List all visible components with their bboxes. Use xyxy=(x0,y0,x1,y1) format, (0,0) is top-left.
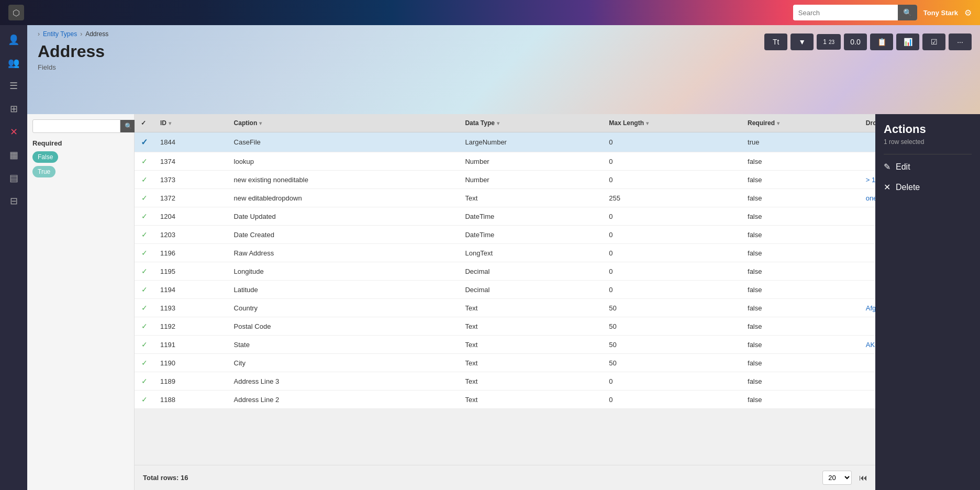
cell-max_length: 50 xyxy=(603,354,741,372)
cell-id: 1190 xyxy=(154,354,228,372)
table-row[interactable]: ✓1191StateText50falseAK,AL,A... xyxy=(135,336,980,354)
table-row[interactable]: ✓1195LongitudeDecimal0false xyxy=(135,262,980,281)
cell-required: false xyxy=(741,299,860,317)
row-check[interactable]: ✓ xyxy=(135,317,154,336)
cell-id: 1844 xyxy=(154,132,228,152)
toolbar: Tt ▼ 123 0.0 📋 📊 ☑ ··· xyxy=(764,34,972,50)
row-check[interactable]: ✓ xyxy=(135,262,154,281)
row-check[interactable]: ✓ xyxy=(135,171,154,189)
sidebar-item-grid[interactable]: ⊞ xyxy=(3,98,24,119)
filter-tag-true[interactable]: True xyxy=(32,166,55,177)
th-check[interactable]: ✓ xyxy=(135,114,154,132)
table-row[interactable]: ✓1189Address Line 3Text0false xyxy=(135,372,980,391)
table-header-row: ✓ ID▾ Caption▾ Data Type▾ xyxy=(135,114,980,132)
toolbar-checkbox[interactable]: ☑ xyxy=(922,34,945,50)
table-row[interactable]: ✓1203Date CreatedDateTime0false xyxy=(135,226,980,244)
row-check[interactable]: ✓ xyxy=(135,281,154,299)
th-caption[interactable]: Caption▾ xyxy=(228,114,459,132)
cell-id: 1373 xyxy=(154,171,228,189)
breadcrumb-entity-types[interactable]: Entity Types xyxy=(43,30,77,38)
table-row[interactable]: ✓1188Address Line 2Text0false xyxy=(135,391,980,409)
th-data-type[interactable]: Data Type▾ xyxy=(459,114,603,132)
th-required[interactable]: Required▾ xyxy=(741,114,860,132)
check-icon: ✓ xyxy=(141,340,148,349)
sidebar-item-close[interactable]: ✕ xyxy=(3,121,24,142)
actions-divider xyxy=(884,154,972,154)
action-edit[interactable]: ✎ Edit xyxy=(884,157,972,177)
table-row[interactable]: ✓1204Date UpdatedDateTime0false xyxy=(135,207,980,226)
table-row[interactable]: ✓1196Raw AddressLongText0false xyxy=(135,244,980,262)
cell-required: false xyxy=(741,317,860,336)
search-button[interactable]: 🔍 xyxy=(898,5,917,20)
edit-icon: ✎ xyxy=(884,162,890,172)
page-size-select[interactable]: 10 20 50 100 xyxy=(822,471,852,485)
search-container: 🔍 xyxy=(793,5,917,20)
row-check[interactable]: ✓ xyxy=(135,391,154,409)
cell-caption: Country xyxy=(228,299,459,317)
row-check[interactable]: ✓ xyxy=(135,132,154,152)
toolbar-text-format[interactable]: Tt xyxy=(764,34,787,50)
toolbar-more[interactable]: ··· xyxy=(949,34,972,50)
action-delete[interactable]: ✕ Delete xyxy=(884,177,972,197)
page-first-button[interactable]: ⏮ xyxy=(856,471,871,485)
cell-caption: Latitude xyxy=(228,281,459,299)
table-row[interactable]: ✓1374lookupNumber0false xyxy=(135,152,980,171)
table-row[interactable]: ✓1190CityText50false xyxy=(135,354,980,372)
toolbar-dropdown[interactable]: ▼ xyxy=(790,34,814,50)
cell-caption: City xyxy=(228,354,459,372)
row-check[interactable]: ✓ xyxy=(135,189,154,207)
sidebar-item-table2[interactable]: ▦ xyxy=(3,144,24,165)
toolbar-number[interactable]: 123 xyxy=(817,34,841,50)
sidebar-item-chart2[interactable]: ⊟ xyxy=(3,191,24,211)
table-row[interactable]: ✓1193CountryText50falseAfghan... xyxy=(135,299,980,317)
toolbar-decimal[interactable]: 0.0 xyxy=(844,34,867,50)
cell-data_type: LargeNumber xyxy=(459,132,603,152)
gear-icon[interactable]: ⚙ xyxy=(964,8,972,18)
check-icon: ✓ xyxy=(141,175,148,184)
cell-caption: Raw Address xyxy=(228,244,459,262)
cell-max_length: 0 xyxy=(603,372,741,391)
row-check[interactable]: ✓ xyxy=(135,372,154,391)
cell-caption: Postal Code xyxy=(228,317,459,336)
toolbar-chart[interactable]: 📊 xyxy=(896,34,919,50)
filter-tag-false[interactable]: False xyxy=(32,151,58,163)
topbar-left: ⬡ xyxy=(8,5,24,20)
table-row[interactable]: ✓1194LatitudeDecimal0false xyxy=(135,281,980,299)
cell-required: false xyxy=(741,244,860,262)
row-check[interactable]: ✓ xyxy=(135,152,154,171)
check-icon: ✓ xyxy=(141,304,148,312)
th-id[interactable]: ID▾ xyxy=(154,114,228,132)
row-check[interactable]: ✓ xyxy=(135,336,154,354)
cell-data_type: Text xyxy=(459,336,603,354)
row-check[interactable]: ✓ xyxy=(135,244,154,262)
row-check[interactable]: ✓ xyxy=(135,226,154,244)
cell-data_type: DateTime xyxy=(459,226,603,244)
cell-id: 1188 xyxy=(154,391,228,409)
cell-max_length: 0 xyxy=(603,152,741,171)
sidebar-item-table3[interactable]: ▤ xyxy=(3,168,24,188)
check-icon: ✓ xyxy=(141,157,148,165)
search-input[interactable] xyxy=(793,6,898,20)
sidebar-item-people[interactable]: 👥 xyxy=(3,52,24,73)
filter-label: Required xyxy=(32,139,129,147)
table-row[interactable]: ✓1192Postal CodeText50false xyxy=(135,317,980,336)
table-row[interactable]: ✓1373new existing noneditableNumber0fals… xyxy=(135,171,980,189)
toolbar-calendar[interactable]: 📋 xyxy=(870,34,893,50)
filter-tags: False True xyxy=(32,151,129,181)
table-row[interactable]: ✓1372new editabledropdownText255falseone… xyxy=(135,189,980,207)
main-layout: 👤 👥 ☰ ⊞ ✕ ▦ ▤ ⊟ › Entity Types › Address… xyxy=(0,25,980,490)
table-container[interactable]: ✓ ID▾ Caption▾ Data Type▾ xyxy=(135,114,980,465)
sidebar-item-list[interactable]: ☰ xyxy=(3,75,24,96)
row-check[interactable]: ✓ xyxy=(135,354,154,372)
sidebar-item-user[interactable]: 👤 xyxy=(3,29,24,50)
check-icon: ✓ xyxy=(141,395,148,404)
cell-data_type: Text xyxy=(459,299,603,317)
filter-input[interactable] xyxy=(32,119,120,133)
row-check[interactable]: ✓ xyxy=(135,207,154,226)
table-row[interactable]: ✓1844CaseFileLargeNumber0true xyxy=(135,132,980,152)
cell-data_type: Text xyxy=(459,189,603,207)
row-check[interactable]: ✓ xyxy=(135,299,154,317)
cell-id: 1372 xyxy=(154,189,228,207)
cell-data_type: Decimal xyxy=(459,262,603,281)
th-max-length[interactable]: Max Length▾ xyxy=(603,114,741,132)
